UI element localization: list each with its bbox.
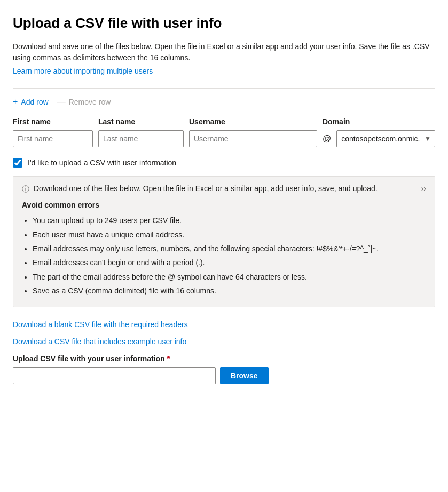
browse-button[interactable]: Browse xyxy=(220,367,269,384)
upload-file-input[interactable] xyxy=(13,367,216,384)
download-blank-csv-link[interactable]: Download a blank CSV file with the requi… xyxy=(13,320,435,329)
csv-upload-checkbox-row: I'd like to upload a CSV with user infor… xyxy=(13,158,435,168)
row-actions: + Add row — Remove row xyxy=(13,97,435,107)
last-name-input[interactable] xyxy=(98,130,184,147)
add-row-button[interactable]: + Add row xyxy=(13,97,49,107)
info-panel-header: ⓘ Download one of the files below. Open … xyxy=(22,184,426,194)
plus-icon: + xyxy=(13,97,18,107)
username-input[interactable] xyxy=(189,130,317,147)
add-row-label: Add row xyxy=(21,98,48,106)
info-panel: ⓘ Download one of the files below. Open … xyxy=(13,176,435,307)
csv-upload-checkbox-label[interactable]: I'd like to upload a CSV with user infor… xyxy=(28,158,176,167)
required-star: * xyxy=(167,354,170,363)
first-name-label: First name xyxy=(13,117,93,126)
dash-icon: — xyxy=(57,97,66,107)
at-symbol: @ xyxy=(323,134,331,144)
upload-label: Upload CSV file with your user informati… xyxy=(13,354,435,363)
error-list-item: Each user must have a unique email addre… xyxy=(33,229,426,241)
remove-row-button[interactable]: — Remove row xyxy=(57,97,111,107)
csv-upload-checkbox[interactable] xyxy=(13,158,22,168)
domain-label: Domain xyxy=(323,117,435,126)
error-list-item: Email addresses may only use letters, nu… xyxy=(33,243,426,255)
page-title: Upload a CSV file with user info xyxy=(13,15,435,31)
domain-select-wrapper: contosopetscom.onmic... ▼ xyxy=(336,130,435,147)
username-label: Username xyxy=(189,117,317,126)
upload-label-text: Upload CSV file with your user informati… xyxy=(13,354,165,363)
last-name-field-wrapper xyxy=(98,130,184,147)
upload-input-row: Browse xyxy=(13,367,435,384)
description-text: Download and save one of the files below… xyxy=(13,41,435,64)
domain-select[interactable]: contosopetscom.onmic... xyxy=(336,130,435,147)
download-example-csv-link[interactable]: Download a CSV file that includes exampl… xyxy=(13,337,435,346)
username-field-wrapper xyxy=(189,130,317,147)
upload-section: Upload CSV file with your user informati… xyxy=(13,354,435,384)
avoid-errors-title: Avoid common errors xyxy=(22,201,426,209)
form-labels: First name Last name Username Domain xyxy=(13,117,435,126)
first-name-input[interactable] xyxy=(13,130,93,147)
collapse-icon[interactable]: ›› xyxy=(421,184,426,193)
learn-more-link[interactable]: Learn more about importing multiple user… xyxy=(13,67,153,75)
form-inputs: @ contosopetscom.onmic... ▼ xyxy=(13,130,435,147)
form-row: First name Last name Username Domain @ c… xyxy=(13,117,435,147)
error-list-item: Email addresses can't begin or end with … xyxy=(33,257,426,268)
info-header-text: Download one of the files below. Open th… xyxy=(34,184,378,193)
info-panel-header-left: ⓘ Download one of the files below. Open … xyxy=(22,184,378,194)
error-list-item: You can upload up to 249 users per CSV f… xyxy=(33,215,426,226)
error-list: You can upload up to 249 users per CSV f… xyxy=(22,215,426,297)
last-name-label: Last name xyxy=(98,117,184,126)
error-list-item: The part of the email address before the… xyxy=(33,271,426,283)
info-icon: ⓘ xyxy=(22,185,29,194)
error-list-item: Save as a CSV (comma delimited) file wit… xyxy=(33,285,426,297)
first-name-field-wrapper xyxy=(13,130,93,147)
section-divider xyxy=(13,88,435,89)
remove-row-label: Remove row xyxy=(69,98,111,106)
